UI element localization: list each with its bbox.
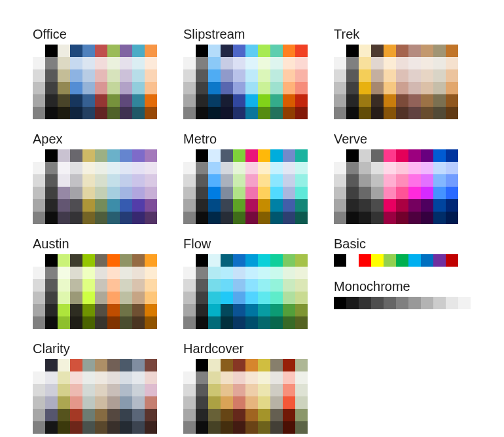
color-swatch[interactable] xyxy=(145,421,157,434)
color-swatch[interactable] xyxy=(45,57,58,69)
color-swatch[interactable] xyxy=(33,69,45,82)
color-swatch[interactable] xyxy=(107,212,120,224)
color-swatch[interactable] xyxy=(45,384,58,396)
color-swatch[interactable] xyxy=(45,149,58,162)
color-swatch[interactable] xyxy=(221,149,233,162)
color-swatch[interactable] xyxy=(107,82,120,94)
color-swatch[interactable] xyxy=(196,279,208,292)
color-swatch[interactable] xyxy=(421,187,433,199)
color-swatch[interactable] xyxy=(258,371,270,384)
color-swatch[interactable] xyxy=(183,267,196,279)
color-swatch[interactable] xyxy=(283,409,295,421)
color-swatch[interactable] xyxy=(183,212,196,224)
color-swatch[interactable] xyxy=(396,162,408,174)
color-swatch[interactable] xyxy=(384,212,396,224)
color-swatch[interactable] xyxy=(196,57,208,69)
color-swatch[interactable] xyxy=(95,384,107,396)
color-swatch[interactable] xyxy=(408,107,421,119)
color-swatch[interactable] xyxy=(233,371,245,384)
color-swatch[interactable] xyxy=(396,174,408,187)
color-swatch[interactable] xyxy=(295,69,308,82)
color-swatch[interactable] xyxy=(258,82,270,94)
color-swatch[interactable] xyxy=(145,304,157,316)
color-swatch[interactable] xyxy=(145,149,157,162)
color-swatch[interactable] xyxy=(120,162,132,174)
color-swatch[interactable] xyxy=(270,316,283,329)
color-swatch[interactable] xyxy=(396,94,408,107)
color-swatch[interactable] xyxy=(408,162,421,174)
color-swatch[interactable] xyxy=(384,187,396,199)
color-swatch[interactable] xyxy=(95,82,107,94)
color-swatch[interactable] xyxy=(346,82,359,94)
color-swatch[interactable] xyxy=(183,149,196,162)
color-swatch[interactable] xyxy=(132,69,145,82)
color-swatch[interactable] xyxy=(70,254,82,267)
color-swatch[interactable] xyxy=(33,316,45,329)
color-swatch[interactable] xyxy=(221,162,233,174)
color-swatch[interactable] xyxy=(145,45,157,57)
color-swatch[interactable] xyxy=(245,304,258,316)
palette-block-hardcover[interactable]: Hardcover xyxy=(183,341,308,434)
color-swatch[interactable] xyxy=(270,409,283,421)
color-swatch[interactable] xyxy=(346,174,359,187)
color-swatch[interactable] xyxy=(359,212,371,224)
color-swatch[interactable] xyxy=(270,267,283,279)
color-swatch[interactable] xyxy=(132,45,145,57)
color-swatch[interactable] xyxy=(58,107,70,119)
color-swatch[interactable] xyxy=(145,359,157,371)
color-swatch[interactable] xyxy=(245,107,258,119)
color-swatch[interactable] xyxy=(183,384,196,396)
color-swatch[interactable] xyxy=(58,316,70,329)
color-swatch[interactable] xyxy=(283,82,295,94)
color-swatch[interactable] xyxy=(270,421,283,434)
color-swatch[interactable] xyxy=(145,267,157,279)
color-swatch[interactable] xyxy=(295,304,308,316)
color-swatch[interactable] xyxy=(183,292,196,304)
color-swatch[interactable] xyxy=(107,292,120,304)
color-swatch[interactable] xyxy=(359,82,371,94)
color-swatch[interactable] xyxy=(384,107,396,119)
color-swatch[interactable] xyxy=(132,82,145,94)
color-swatch[interactable] xyxy=(70,149,82,162)
color-swatch[interactable] xyxy=(120,45,132,57)
color-swatch[interactable] xyxy=(208,359,221,371)
color-swatch[interactable] xyxy=(245,212,258,224)
color-swatch[interactable] xyxy=(334,174,346,187)
color-swatch[interactable] xyxy=(221,421,233,434)
color-swatch[interactable] xyxy=(58,149,70,162)
color-swatch[interactable] xyxy=(208,149,221,162)
color-swatch[interactable] xyxy=(384,254,396,267)
color-swatch[interactable] xyxy=(396,107,408,119)
color-swatch[interactable] xyxy=(384,94,396,107)
color-swatch[interactable] xyxy=(145,384,157,396)
color-swatch[interactable] xyxy=(458,297,471,309)
color-swatch[interactable] xyxy=(58,292,70,304)
color-swatch[interactable] xyxy=(82,82,95,94)
color-swatch[interactable] xyxy=(208,316,221,329)
color-swatch[interactable] xyxy=(95,254,107,267)
color-swatch[interactable] xyxy=(95,174,107,187)
color-swatch[interactable] xyxy=(107,69,120,82)
color-swatch[interactable] xyxy=(33,107,45,119)
color-swatch[interactable] xyxy=(283,174,295,187)
color-swatch[interactable] xyxy=(145,187,157,199)
color-swatch[interactable] xyxy=(33,371,45,384)
color-swatch[interactable] xyxy=(33,254,45,267)
color-swatch[interactable] xyxy=(346,297,359,309)
color-swatch[interactable] xyxy=(270,292,283,304)
color-swatch[interactable] xyxy=(45,421,58,434)
color-swatch[interactable] xyxy=(95,162,107,174)
color-swatch[interactable] xyxy=(45,316,58,329)
color-swatch[interactable] xyxy=(58,279,70,292)
color-swatch[interactable] xyxy=(70,279,82,292)
color-swatch[interactable] xyxy=(95,45,107,57)
color-swatch[interactable] xyxy=(82,304,95,316)
color-swatch[interactable] xyxy=(258,149,270,162)
color-swatch[interactable] xyxy=(58,384,70,396)
color-swatch[interactable] xyxy=(95,69,107,82)
color-swatch[interactable] xyxy=(433,69,446,82)
color-swatch[interactable] xyxy=(208,82,221,94)
color-swatch[interactable] xyxy=(196,94,208,107)
color-swatch[interactable] xyxy=(95,279,107,292)
palette-block-trek[interactable]: Trek xyxy=(334,26,483,119)
